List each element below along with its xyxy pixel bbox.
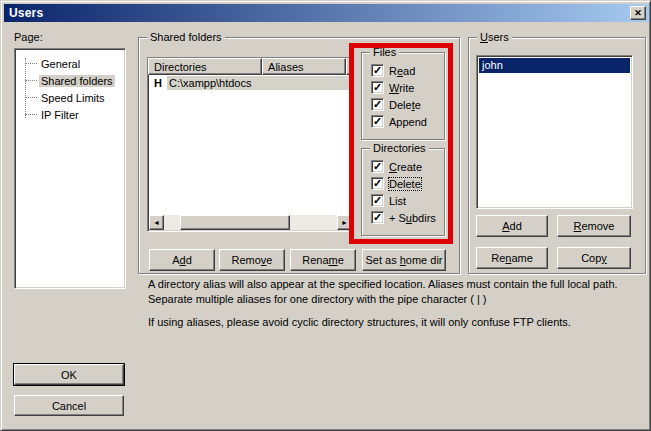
page-label: Page:: [14, 31, 43, 43]
set-as-home-dir-button[interactable]: Set as home dir: [362, 249, 446, 271]
home-dir-marker: H: [148, 77, 167, 89]
column-header-aliases[interactable]: Aliases: [262, 58, 346, 75]
user-list-item[interactable]: john: [479, 58, 630, 73]
users-dialog: Users ✕ Page: General Shared folders Spe…: [0, 0, 651, 431]
list-permission-row: ✓ List: [371, 192, 444, 209]
remove-directory-button[interactable]: Remove: [219, 249, 285, 271]
shared-folders-group-label: Shared folders: [147, 31, 225, 43]
write-checkbox[interactable]: ✓: [371, 81, 384, 94]
sidebar-item-general[interactable]: General: [15, 55, 125, 72]
delete-file-permission-row: ✓ Delete: [371, 96, 444, 113]
scrollbar-thumb[interactable]: [180, 215, 290, 230]
add-directory-button[interactable]: Add: [149, 249, 215, 271]
directories-list-header: Directories Aliases: [148, 58, 353, 75]
shared-folders-group: Shared folders Directories Aliases H C:\…: [138, 37, 460, 274]
users-list[interactable]: john: [476, 55, 633, 209]
directories-group-label: Directories: [370, 142, 429, 154]
users-group: Users john Add Remove Rename Copy: [468, 37, 646, 274]
directory-row[interactable]: H C:\xampp\htdocs: [148, 75, 353, 91]
delete-dir-permission-row: ✓ Delete: [371, 175, 444, 192]
list-checkbox[interactable]: ✓: [371, 194, 384, 207]
copy-user-button[interactable]: Copy: [557, 247, 631, 269]
page-tree[interactable]: General Shared folders Speed Limits IP F…: [14, 48, 126, 289]
add-user-button[interactable]: Add: [476, 215, 548, 237]
column-header-directories[interactable]: Directories: [148, 58, 262, 75]
write-permission-row: ✓ Write: [371, 79, 444, 96]
alias-note-1: A directory alias will also appear at th…: [148, 277, 634, 307]
rename-user-button[interactable]: Rename: [476, 247, 548, 269]
files-permissions-group: Files ✓ Read ✓ Write ✓ Delete ✓ Append: [361, 52, 445, 140]
directories-permissions-group: Directories ✓ Create ✓ Delete ✓ List ✓ +…: [361, 148, 445, 236]
delete-file-checkbox[interactable]: ✓: [371, 98, 384, 111]
scroll-right-icon[interactable]: ►: [337, 215, 352, 230]
directory-path: C:\xampp\htdocs: [167, 76, 353, 90]
directories-list[interactable]: Directories Aliases H C:\xampp\htdocs ◄ …: [147, 57, 354, 232]
create-checkbox[interactable]: ✓: [371, 160, 384, 173]
rename-directory-button[interactable]: Rename: [290, 249, 356, 271]
append-checkbox[interactable]: ✓: [371, 115, 384, 128]
users-group-label: Users: [477, 31, 512, 43]
ok-button[interactable]: OK: [14, 364, 124, 385]
append-permission-row: ✓ Append: [371, 113, 444, 130]
delete-dir-checkbox[interactable]: ✓: [371, 177, 384, 190]
alias-note-2: If using aliases, please avoid cyclic di…: [148, 315, 634, 330]
remove-user-button[interactable]: Remove: [557, 215, 631, 237]
titlebar[interactable]: Users ✕: [4, 4, 649, 22]
read-checkbox[interactable]: ✓: [371, 64, 384, 77]
sidebar-item-speed-limits[interactable]: Speed Limits: [15, 89, 125, 106]
files-group-label: Files: [370, 46, 399, 58]
create-permission-row: ✓ Create: [371, 158, 444, 175]
sidebar-item-ip-filter[interactable]: IP Filter: [15, 106, 125, 123]
alias-notes: A directory alias will also appear at th…: [148, 277, 634, 330]
cancel-button[interactable]: Cancel: [14, 395, 124, 416]
read-permission-row: ✓ Read: [371, 62, 444, 79]
subdirs-checkbox[interactable]: ✓: [371, 211, 384, 224]
horizontal-scrollbar[interactable]: ◄ ►: [149, 215, 352, 230]
sidebar-item-shared-folders[interactable]: Shared folders: [15, 72, 125, 89]
subdirs-permission-row: ✓ + Subdirs: [371, 209, 444, 226]
close-icon[interactable]: ✕: [630, 6, 646, 20]
scroll-left-icon[interactable]: ◄: [149, 215, 164, 230]
window-title: Users: [9, 6, 43, 20]
column-header-filler: [346, 58, 353, 75]
